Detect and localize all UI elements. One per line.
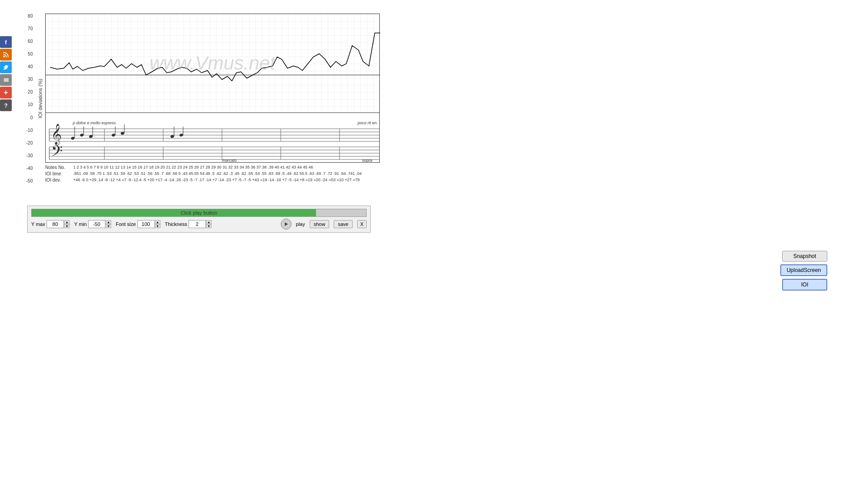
ioi-time-label: IOI time — [45, 171, 73, 177]
font-size-group: Font size ▲ ▼ — [116, 220, 160, 228]
svg-point-36 — [111, 133, 115, 137]
ioi-chart: www.Vmus.net — [45, 14, 380, 113]
show-button[interactable]: show — [310, 220, 330, 228]
thickness-label: Thickness — [165, 221, 188, 227]
y-max-label: Y max — [31, 221, 45, 227]
svg-text:𝄻: 𝄻 — [104, 162, 106, 163]
y-max-down[interactable]: ▼ — [64, 224, 70, 228]
chart-svg — [46, 14, 380, 113]
ioi-time-row: IOI time .851 .09 .58 .75 1 .53 .51 .59 … — [45, 171, 380, 177]
y-axis-ticks: 80 70 60 50 40 30 20 10 0 -10 -20 -30 -4… — [26, 14, 33, 183]
svg-point-32 — [80, 133, 84, 137]
svg-text:marcato: marcato — [222, 158, 237, 163]
right-buttons: Snapshot UploadScreen IOI — [780, 251, 827, 291]
y-max-up[interactable]: ▲ — [64, 220, 70, 224]
rss-button[interactable] — [0, 49, 12, 61]
svg-text:p dolce e molto espress.: p dolce e molto espress. — [72, 121, 117, 125]
thickness-arrows: ▲ ▼ — [206, 220, 212, 228]
svg-text:𝄻: 𝄻 — [80, 162, 81, 163]
help-button[interactable]: ? — [0, 99, 12, 111]
y-min-spinner: ▲ ▼ — [88, 220, 111, 228]
email-button[interactable]: ✉ — [0, 74, 12, 86]
svg-point-0 — [3, 56, 5, 57]
chart-container: IOI deviations (%) 80 70 60 50 40 30 20 … — [45, 14, 863, 183]
svg-text:poco rit en.: poco rit en. — [357, 121, 378, 125]
ioi-dev-label: IOI dev. — [45, 177, 73, 183]
progress-fill — [32, 209, 316, 216]
data-table: Notes No. 1 2 3 4 5 6 7 8 9 10 11 12 13 … — [45, 164, 380, 183]
y-min-group: Y min ▲ ▼ — [74, 220, 111, 228]
notes-values: 1 2 3 4 5 6 7 8 9 10 11 12 13 14 15 16 1… — [73, 164, 313, 171]
play-icon — [284, 222, 288, 226]
controls-bar: Click play button Y max ▲ ▼ Y min ▲ ▼ — [27, 206, 371, 233]
play-button[interactable] — [281, 219, 292, 230]
svg-point-30 — [71, 136, 75, 140]
svg-text:𝄞: 𝄞 — [51, 124, 62, 145]
y-min-down[interactable]: ▼ — [106, 224, 111, 228]
save-button[interactable]: save — [334, 220, 352, 228]
svg-text:•: • — [91, 161, 92, 163]
thickness-down[interactable]: ▼ — [206, 224, 212, 228]
notes-row: Notes No. 1 2 3 4 5 6 7 8 9 10 11 12 13 … — [45, 164, 380, 171]
font-size-spinner: ▲ ▼ — [137, 220, 160, 228]
thickness-group: Thickness ▲ ▼ — [165, 220, 212, 228]
thickness-input[interactable] — [189, 220, 206, 228]
thickness-spinner: ▲ ▼ — [189, 220, 212, 228]
snapshot-button[interactable]: Snapshot — [782, 251, 827, 262]
upload-screen-button[interactable]: UploadScreen — [780, 264, 827, 276]
y-axis-label: IOI deviations (%) — [38, 79, 43, 118]
thickness-up[interactable]: ▲ — [206, 220, 212, 224]
progress-bar[interactable]: Click play button — [31, 209, 367, 217]
svg-point-42 — [179, 133, 183, 137]
y-min-label: Y min — [74, 221, 87, 227]
facebook-button[interactable]: f — [0, 36, 12, 48]
notes-label: Notes No. — [45, 164, 73, 171]
ioi-button[interactable]: IOI — [782, 279, 827, 291]
y-max-arrows: ▲ ▼ — [64, 220, 70, 228]
main-content: IOI deviations (%) 80 70 60 50 40 30 20 … — [14, 0, 868, 188]
social-sidebar: f ✉ + ? — [0, 36, 12, 111]
font-size-input[interactable] — [137, 220, 155, 228]
svg-text:sopra: sopra — [362, 158, 373, 163]
font-size-up[interactable]: ▲ — [155, 220, 160, 224]
svg-rect-2 — [46, 14, 380, 113]
ioi-dev-row: IOI dev. +46 -6 0 +29 .14 -9 -12 +4 =7 -… — [45, 177, 380, 183]
svg-marker-51 — [285, 222, 288, 226]
font-size-arrows: ▲ ▼ — [155, 220, 160, 228]
play-label: play — [296, 221, 305, 227]
y-min-input[interactable] — [88, 220, 105, 228]
ioi-dev-values: +46 -6 0 +29 .14 -9 -12 +4 =7 -9 -12.4 -… — [73, 177, 359, 183]
score-area: 𝄞 𝄢 — [45, 113, 380, 163]
plus-button[interactable]: + — [0, 87, 12, 99]
score-svg: 𝄞 𝄢 — [46, 113, 380, 163]
controls-row: Y max ▲ ▼ Y min ▲ ▼ Font size — [31, 219, 367, 230]
y-min-up[interactable]: ▲ — [106, 220, 111, 224]
ioi-time-values: .851 .09 .58 .75 1 .53 .51 .59 .62 .53 .… — [73, 171, 362, 177]
y-min-arrows: ▲ ▼ — [106, 220, 111, 228]
y-max-spinner: ▲ ▼ — [47, 220, 70, 228]
close-button[interactable]: X — [357, 220, 367, 228]
y-max-input[interactable] — [47, 220, 64, 228]
font-size-down[interactable]: ▼ — [155, 224, 160, 228]
svg-text:𝄢: 𝄢 — [51, 143, 63, 163]
twitter-button[interactable] — [0, 61, 12, 73]
y-max-group: Y max ▲ ▼ — [31, 220, 70, 228]
font-size-label: Font size — [116, 221, 136, 227]
